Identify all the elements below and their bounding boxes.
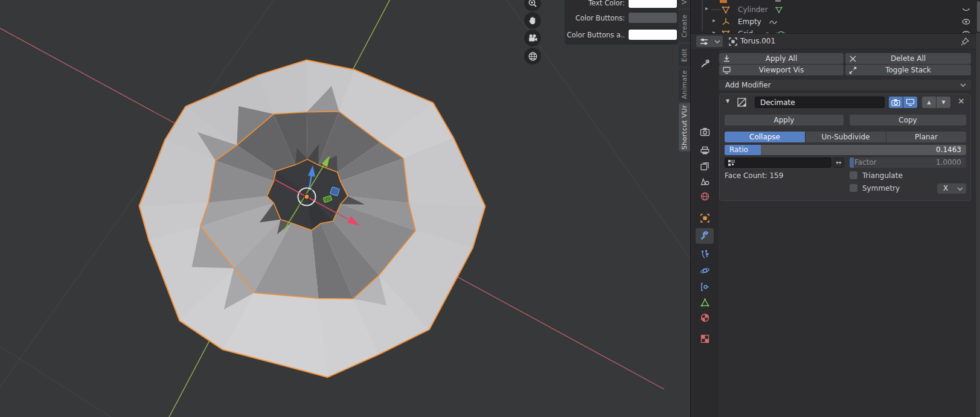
- color-buttons-alt-label: Color Buttons a..: [565, 31, 625, 39]
- physics-icon: [700, 266, 710, 276]
- tab-scene[interactable]: [697, 173, 713, 189]
- pan-hand-icon: [528, 16, 537, 25]
- tree-connector: [711, 9, 721, 10]
- decimate-icon: [737, 97, 747, 107]
- shelf-tab-create[interactable]: Create: [679, 10, 690, 42]
- editor-type-button[interactable]: [696, 36, 723, 47]
- object-name[interactable]: Cylinder: [738, 5, 768, 14]
- symmetry-label: Symmetry: [862, 184, 900, 193]
- close-icon: [848, 54, 857, 63]
- tab-output[interactable]: [697, 142, 713, 158]
- expand-arrow-icon[interactable]: ▸: [713, 29, 716, 34]
- text-color-swatch[interactable]: [629, 0, 677, 8]
- move-up-button[interactable]: ▲: [922, 97, 936, 108]
- object-name[interactable]: Empty: [738, 18, 761, 26]
- outliner-scrollbar[interactable]: [977, 1, 980, 32]
- face-count-label: Face Count: 159: [725, 171, 783, 180]
- empty-axes-icon: [721, 17, 731, 27]
- eye-open-icon[interactable]: [961, 18, 971, 26]
- expand-arrow-icon[interactable]: ▸: [705, 5, 708, 11]
- expand-icon: [848, 66, 857, 75]
- tab-modifiers[interactable]: [696, 228, 714, 244]
- outliner[interactable]: ▸ Cylinder ▸ Empty ▸ Grid: [691, 0, 980, 34]
- camera-icon: [528, 33, 538, 43]
- move-down-button[interactable]: ▼: [937, 97, 950, 108]
- color-buttons-alt-swatch[interactable]: [629, 30, 677, 40]
- down-arrow-icon: ▼: [941, 100, 945, 105]
- triangulate-label: Triangulate: [862, 171, 903, 180]
- pan-button[interactable]: [524, 11, 542, 30]
- symmetry-axis-dropdown[interactable]: X: [937, 183, 966, 194]
- tab-constraints[interactable]: [697, 279, 713, 294]
- expand-arrow-icon[interactable]: ▸: [713, 17, 716, 24]
- up-arrow-icon: ▲: [927, 100, 930, 105]
- shelf-tab-shortcut-vur[interactable]: Shortcut VUr: [679, 103, 690, 151]
- camera-view-button[interactable]: [524, 29, 542, 47]
- tab-object[interactable]: [697, 210, 713, 226]
- vertex-group-icon: [728, 160, 735, 167]
- triangulate-checkbox[interactable]: [850, 171, 857, 179]
- output-icon: [700, 145, 710, 156]
- grid-icon: [528, 51, 538, 62]
- tab-object-data[interactable]: [697, 294, 713, 310]
- copy-button[interactable]: Copy: [850, 115, 966, 126]
- tab-texture[interactable]: [697, 331, 713, 346]
- tab-world[interactable]: [697, 188, 713, 204]
- shelf-tab-view[interactable]: View: [679, 0, 690, 8]
- toggle-stack-button[interactable]: Toggle Stack: [845, 65, 971, 75]
- viewport-vis-button[interactable]: Viewport Vis: [719, 65, 844, 75]
- pin-icon[interactable]: [960, 37, 970, 46]
- apply-button[interactable]: Apply: [725, 115, 844, 126]
- tab-tool[interactable]: [697, 56, 713, 71]
- tab-material[interactable]: [697, 310, 713, 325]
- shelf-tab-animate[interactable]: Animate: [679, 68, 690, 101]
- factor-slider-disabled[interactable]: Factor 1.0000: [850, 158, 966, 168]
- ratio-slider[interactable]: Ratio 0.1463: [725, 145, 966, 155]
- object-origin[interactable]: [304, 194, 309, 199]
- outliner-row-cylinder[interactable]: ▸ Cylinder: [691, 4, 980, 16]
- vertex-group-icon: [775, 30, 787, 34]
- color-buttons-swatch[interactable]: [629, 13, 677, 23]
- tab-render[interactable]: [697, 124, 713, 139]
- tab-particles[interactable]: [697, 246, 713, 262]
- mode-collapse[interactable]: Collapse: [725, 132, 805, 142]
- ortho-grid-button[interactable]: [524, 47, 542, 65]
- collapse-triangle-icon[interactable]: ▼: [726, 98, 729, 104]
- eye-closed-icon[interactable]: [961, 5, 971, 14]
- particles-icon: [700, 249, 710, 259]
- grid-line: [0, 345, 115, 417]
- chevron-down-icon: [957, 187, 963, 191]
- delete-all-button[interactable]: Delete All: [845, 53, 971, 64]
- remove-modifier-button[interactable]: ×: [958, 96, 965, 106]
- tab-physics[interactable]: [697, 263, 713, 278]
- render-icon: [700, 127, 710, 137]
- properties-tab-column: [691, 49, 719, 417]
- shelf-tab-edit[interactable]: Edit: [679, 44, 690, 66]
- mode-unsubdivide[interactable]: Un-Subdivide: [805, 132, 886, 142]
- properties-scroll-strip[interactable]: [976, 33, 980, 417]
- modifier-name-field[interactable]: Decimate: [755, 97, 885, 108]
- theme-settings-panel: Text Color: Color Buttons: Color Buttons…: [565, 0, 679, 45]
- vertex-group-field[interactable]: [725, 158, 831, 168]
- torus-mesh[interactable]: [139, 60, 485, 377]
- invert-vertex-group-button[interactable]: ↔: [833, 158, 844, 168]
- outliner-row-empty[interactable]: ▸ Empty: [691, 16, 980, 28]
- add-modifier-dropdown[interactable]: Add Modifier: [719, 80, 971, 90]
- properties-editor: ▸ Cylinder ▸ Empty ▸ Grid: [690, 0, 980, 417]
- breadcrumb[interactable]: Torus.001: [740, 37, 775, 45]
- 3d-viewport[interactable]: Text Color: Color Buttons: Color Buttons…: [0, 0, 690, 417]
- mode-planar[interactable]: Planar: [886, 132, 966, 142]
- eye-open-icon[interactable]: [961, 30, 971, 34]
- tab-view-layer[interactable]: [697, 158, 713, 174]
- object-name[interactable]: Grid: [738, 30, 753, 34]
- outliner-row-grid[interactable]: ▸ Grid: [691, 28, 980, 34]
- wrench-icon: [699, 231, 710, 241]
- object-properties-icon: [700, 213, 710, 223]
- properties-header: Torus.001: [691, 34, 980, 49]
- render-visibility-toggle[interactable]: [889, 97, 903, 108]
- symmetry-checkbox[interactable]: [850, 184, 857, 192]
- apply-all-button[interactable]: Apply All: [719, 53, 844, 64]
- tool-icon: [700, 59, 710, 69]
- monitor-toggle-icon: [906, 98, 915, 106]
- viewport-visibility-toggle[interactable]: [903, 97, 917, 108]
